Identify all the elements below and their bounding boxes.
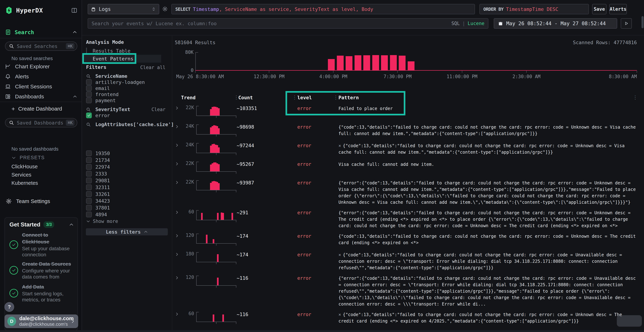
- vertical-scrollbar-thumb[interactable]: [642, 16, 644, 28]
- expand-row-icon[interactable]: [175, 105, 181, 120]
- histogram-bar[interactable]: [354, 55, 361, 70]
- filter-option-34423[interactable]: 34423: [86, 198, 168, 204]
- less-filters-button[interactable]: Less filters: [86, 228, 168, 236]
- checkbox-unchecked[interactable]: [86, 79, 92, 85]
- sidebar-item-chart-explorer[interactable]: Chart Explorer: [5, 62, 77, 72]
- checkbox-unchecked[interactable]: [86, 178, 92, 183]
- expand-row-icon[interactable]: [175, 124, 181, 138]
- pattern-row[interactable]: 180~174error×{"code":13,"details":"faile…: [173, 249, 644, 273]
- column-header-level[interactable]: level: [297, 95, 312, 100]
- search-icon[interactable]: [86, 74, 91, 78]
- get-started-item[interactable]: Connect to ClickHouseSet up your databas…: [10, 232, 74, 258]
- pattern-row[interactable]: 24K~97244error×{"code":13,"details":"fai…: [173, 140, 644, 159]
- checkbox-unchecked[interactable]: [86, 164, 92, 170]
- histogram-bar[interactable]: [390, 55, 397, 70]
- mode-event-patterns[interactable]: Event Patterns: [82, 55, 161, 62]
- user-menu[interactable]: D dale@clickhouse.com dale@clickhouse.co…: [4, 314, 78, 328]
- column-header-trend[interactable]: Trend: [181, 95, 196, 100]
- show-more-link[interactable]: Show more: [86, 218, 118, 224]
- checkbox-checked[interactable]: [86, 112, 92, 118]
- checkbox-unchecked[interactable]: [86, 92, 92, 97]
- source-settings-gear-icon[interactable]: [162, 6, 168, 12]
- filter-option-frontend[interactable]: frontend: [86, 91, 168, 97]
- sidebar-item-dashboards[interactable]: Dashboards: [5, 92, 77, 102]
- pattern-row[interactable]: 22K~95267errorVisa cache full: cannot ad…: [173, 159, 644, 178]
- search-icon[interactable]: [86, 107, 91, 112]
- sidebar-item-search[interactable]: Search: [5, 28, 77, 36]
- filter-option-32311[interactable]: 32311: [86, 184, 168, 190]
- expand-row-icon[interactable]: [175, 274, 181, 290]
- filter-option-payment[interactable]: payment: [86, 97, 168, 104]
- expand-row-icon[interactable]: [175, 209, 181, 224]
- pattern-row[interactable]: 60~291error{"error":{"code":13,"details"…: [173, 207, 644, 231]
- source-select[interactable]: Logs: [88, 4, 159, 14]
- filter-option-error[interactable]: error: [86, 112, 168, 118]
- checkbox-unchecked[interactable]: [86, 171, 92, 176]
- checkbox-unchecked[interactable]: [86, 150, 92, 156]
- order-by-input[interactable]: ORDER BY TimestampTime DESC: [480, 4, 589, 14]
- search-icon[interactable]: [86, 122, 91, 127]
- create-dashboard-button[interactable]: + Create Dashboard: [12, 105, 62, 113]
- mode-results-table[interactable]: Results Table: [82, 47, 161, 55]
- checkbox-unchecked[interactable]: [86, 212, 92, 217]
- checkbox-unchecked[interactable]: [86, 157, 92, 163]
- filter-option-22974[interactable]: 22974: [86, 164, 168, 170]
- results-histogram[interactable]: 80K0May 26 8:30:00 AM12:30:00 PM4:00:00 …: [195, 51, 637, 78]
- filter-option-4894[interactable]: 4894: [86, 212, 168, 218]
- lang-lucene-toggle[interactable]: Lucene: [468, 21, 484, 26]
- column-drag-handle-icon[interactable]: ⋮: [292, 94, 297, 100]
- dismiss-x-icon[interactable]: ×: [338, 252, 341, 258]
- expand-row-icon[interactable]: [175, 251, 181, 266]
- expand-row-icon[interactable]: [175, 311, 181, 326]
- histogram-bar[interactable]: [408, 61, 414, 70]
- get-started-header[interactable]: Get Started 3/3: [10, 221, 74, 228]
- sidebar-item-client-sessions[interactable]: Client Sessions: [5, 82, 77, 92]
- expand-row-icon[interactable]: [175, 142, 181, 157]
- filter-option-21734[interactable]: 21734: [86, 157, 168, 163]
- pattern-row[interactable]: 60~116error×{"code":13,"details":"failed…: [173, 309, 644, 328]
- preset-item-services[interactable]: Services: [12, 171, 77, 179]
- clear-link[interactable]: Clear: [152, 107, 166, 112]
- pattern-row[interactable]: 120~174error{"code":13,"details":"failed…: [173, 231, 644, 249]
- filter-option-2333[interactable]: 2333: [86, 171, 168, 177]
- filter-option-37801[interactable]: 37801: [86, 205, 168, 211]
- pattern-row[interactable]: 22K~103351errorFailed to place order: [173, 103, 644, 122]
- preset-item-clickhouse[interactable]: ClickHouse: [12, 162, 77, 171]
- histogram-bar[interactable]: [381, 55, 388, 70]
- run-query-button[interactable]: [621, 18, 632, 28]
- expand-row-icon[interactable]: [175, 179, 181, 194]
- histogram-bar[interactable]: [337, 56, 344, 70]
- pattern-row[interactable]: 24K~98698error{"code":13,"details":"fail…: [173, 122, 644, 140]
- checkbox-unchecked[interactable]: [86, 191, 92, 197]
- column-header-count[interactable]: Count: [238, 95, 253, 100]
- filter-option-email[interactable]: email: [86, 85, 168, 91]
- pattern-row[interactable]: 22K~93987error{"error":{"code":13,"detai…: [173, 178, 644, 207]
- checkbox-unchecked[interactable]: [86, 198, 92, 204]
- histogram-bar[interactable]: [328, 59, 335, 70]
- saved-searches-input[interactable]: Saved Searches ⌘K: [5, 42, 77, 51]
- filter-option-19350[interactable]: 19350: [86, 150, 168, 156]
- checkbox-unchecked[interactable]: [86, 85, 92, 91]
- filter-option-29081[interactable]: 29081: [86, 178, 168, 184]
- sidebar-item-alerts[interactable]: Alerts: [5, 72, 77, 82]
- filter-option-33261[interactable]: 33261: [86, 191, 168, 197]
- preset-item-kubernetes[interactable]: Kubernetes: [12, 179, 77, 187]
- column-drag-handle-icon[interactable]: ⋮: [333, 94, 338, 100]
- checkbox-unchecked[interactable]: [86, 98, 92, 103]
- dismiss-x-icon[interactable]: ×: [338, 143, 341, 148]
- get-started-item[interactable]: Add DataStart sending logs, metrics, or …: [10, 284, 74, 303]
- lang-sql-toggle[interactable]: SQL: [451, 21, 460, 26]
- presets-toggle[interactable]: PRESETS: [12, 155, 45, 160]
- select-query-input[interactable]: SELECT Timestamp , ServiceName as servic…: [172, 4, 475, 14]
- horizontal-scrollbar-track[interactable]: [0, 330, 644, 332]
- sidebar-item-team-settings[interactable]: Team Settings: [6, 197, 50, 206]
- column-menu-icon[interactable]: ⋮: [633, 94, 638, 100]
- column-drag-handle-icon[interactable]: ⋮: [234, 94, 238, 100]
- sidebar-collapse-icon[interactable]: [71, 7, 77, 14]
- saved-dashboards-input[interactable]: Saved Dashboards ⌘K: [5, 118, 77, 127]
- save-button[interactable]: Save: [592, 4, 606, 14]
- pattern-row[interactable]: 120~116error{"error":{"code":13,"details…: [173, 273, 644, 309]
- filter-option-artillery-loadgen[interactable]: artillery-loadgen: [86, 79, 168, 85]
- checkbox-unchecked[interactable]: [86, 184, 92, 190]
- histogram-bar[interactable]: [363, 55, 370, 70]
